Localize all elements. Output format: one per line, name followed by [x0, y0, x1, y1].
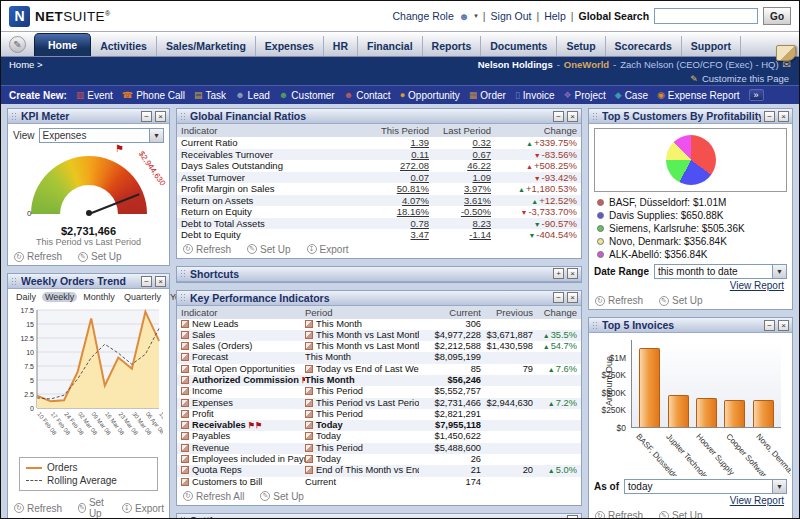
breadcrumb[interactable]: Home >: [9, 59, 43, 70]
role-icon[interactable]: ☻: [459, 11, 470, 22]
create-new-task[interactable]: ▤Task: [194, 90, 226, 101]
period-chart-icon[interactable]: [305, 444, 313, 452]
ratio-this-period[interactable]: 4.07%: [367, 195, 429, 207]
minimize-button[interactable]: −: [764, 320, 775, 331]
tab-reports[interactable]: Reports: [423, 36, 482, 56]
create-new-case[interactable]: ◆Case: [615, 90, 648, 101]
period-chart-icon[interactable]: [305, 342, 313, 350]
role-dropdown-icon[interactable]: ▾: [474, 12, 478, 20]
expand-button[interactable]: +: [567, 515, 578, 519]
range-tab-daily[interactable]: Daily: [13, 292, 39, 302]
ratio-last-period[interactable]: 8.23: [429, 218, 491, 230]
kpi-chart-icon[interactable]: [181, 455, 189, 463]
kpi-indicator[interactable]: Total Open Opportunities: [181, 364, 305, 375]
kpi-indicator[interactable]: Expenses: [181, 398, 305, 409]
kpi-chart-icon[interactable]: [181, 353, 189, 361]
drag-grip-icon[interactable]: [592, 112, 599, 121]
expand-button[interactable]: +: [553, 268, 564, 279]
drag-grip-icon[interactable]: [180, 269, 187, 278]
period-chart-icon[interactable]: [305, 455, 313, 463]
drag-grip-icon[interactable]: [180, 293, 187, 302]
kpi-chart-icon[interactable]: [181, 376, 189, 384]
ratio-last-period[interactable]: 0.32: [429, 137, 491, 149]
minimize-button[interactable]: −: [553, 292, 564, 303]
period-chart-icon[interactable]: [305, 320, 313, 328]
chevron-down-icon[interactable]: ▼: [149, 129, 163, 142]
ratio-last-period[interactable]: 3.61%: [429, 195, 491, 207]
create-new-opportunity[interactable]: ●Opportunity: [400, 90, 460, 101]
kpi-chart-icon[interactable]: [181, 466, 189, 474]
close-button[interactable]: ×: [567, 111, 578, 122]
kpi-chart-icon[interactable]: [181, 421, 189, 429]
kpi-indicator[interactable]: Sales: [181, 330, 305, 341]
export-link[interactable]: ↧Export: [307, 244, 349, 255]
ratio-last-period[interactable]: 3.97%: [429, 183, 491, 195]
close-button[interactable]: ×: [778, 320, 789, 331]
kpi-indicator[interactable]: Profit: [181, 409, 305, 420]
kpi-chart-icon[interactable]: [181, 365, 189, 373]
drag-grip-icon[interactable]: [592, 321, 599, 330]
tab-setup[interactable]: Setup: [557, 36, 605, 56]
drag-grip-icon[interactable]: [11, 277, 18, 286]
chevron-down-icon[interactable]: ▼: [772, 265, 786, 278]
kpi-indicator[interactable]: Forecast: [181, 352, 305, 363]
kpi-chart-icon[interactable]: [181, 444, 189, 452]
chevron-down-icon[interactable]: ▼: [772, 480, 786, 493]
create-new-more-button[interactable]: »: [749, 89, 764, 101]
kpi-indicator[interactable]: Authorized Commission⚑: [181, 375, 305, 386]
close-button[interactable]: ×: [778, 111, 789, 122]
global-search-input[interactable]: [654, 8, 758, 24]
kpi-indicator[interactable]: Revenue: [181, 443, 305, 454]
ratio-this-period[interactable]: 0.07: [367, 172, 429, 184]
create-new-project[interactable]: ❖Project: [564, 90, 606, 101]
shortcuts-titlebar[interactable]: Shortcuts + ×: [177, 267, 581, 282]
financial-ratios-titlebar[interactable]: Global Financial Ratios − ×: [177, 109, 581, 124]
dashboard-pin-icon[interactable]: ✎: [9, 36, 26, 53]
kpi-indicator[interactable]: Receivables⚑⚑: [181, 420, 305, 431]
ratio-last-period[interactable]: -0.50%: [429, 206, 491, 218]
view-report-link[interactable]: View Report: [730, 495, 784, 506]
create-new-expense-report[interactable]: ◉Expense Report: [657, 90, 740, 101]
ratio-this-period[interactable]: 272.08: [367, 160, 429, 172]
kpi-chart-icon[interactable]: [181, 410, 189, 418]
refresh-link[interactable]: ↻Refresh: [14, 251, 62, 262]
close-button[interactable]: ×: [155, 276, 166, 287]
set-up-link[interactable]: ✎Set Up: [78, 497, 106, 519]
ratio-this-period[interactable]: 3.47: [367, 229, 429, 241]
close-button[interactable]: ×: [567, 268, 578, 279]
kpi-indicator[interactable]: Income: [181, 386, 305, 397]
create-new-order[interactable]: ▦Order: [469, 90, 506, 101]
view-report-link[interactable]: View Report: [730, 280, 784, 291]
kpi-chart-icon[interactable]: [181, 478, 189, 486]
kpi-indicator[interactable]: Employees included in Payroll: [181, 454, 305, 465]
ratio-last-period[interactable]: -1.14: [429, 229, 491, 241]
ratio-last-period[interactable]: 0.67: [429, 149, 491, 161]
range-tab-weekly[interactable]: Weekly: [42, 292, 77, 302]
tab-expenses[interactable]: Expenses: [256, 36, 324, 56]
kpi-chart-icon[interactable]: [181, 432, 189, 440]
close-button[interactable]: ×: [155, 111, 166, 122]
kpi-indicator[interactable]: Payables: [181, 431, 305, 442]
kpi-view-select[interactable]: Expenses ▼: [39, 128, 165, 143]
kpi-indicator[interactable]: Customers to Bill: [181, 477, 305, 488]
export-link[interactable]: ↧Export: [122, 497, 164, 519]
ratio-this-period[interactable]: 0.78: [367, 218, 429, 230]
period-chart-icon[interactable]: [305, 365, 313, 373]
kpi-chart-icon[interactable]: [181, 399, 189, 407]
create-new-contact[interactable]: ☻Contact: [344, 90, 391, 101]
kpi-meter-titlebar[interactable]: KPI Meter − ×: [8, 109, 169, 124]
period-chart-icon[interactable]: [305, 331, 313, 339]
refresh-link[interactable]: ↻Refresh: [183, 244, 231, 255]
create-new-customer[interactable]: ☻Customer: [279, 90, 335, 101]
set-up-link[interactable]: ✎Set Up: [260, 491, 304, 502]
refresh-link[interactable]: ↻Refresh: [14, 497, 62, 519]
ratio-last-period[interactable]: 1.09: [429, 172, 491, 184]
period-chart-icon[interactable]: [305, 466, 313, 474]
create-new-invoice[interactable]: ▯Invoice: [515, 90, 555, 101]
tab-activities[interactable]: Activities: [91, 36, 157, 56]
ratio-this-period[interactable]: 1.39: [367, 137, 429, 149]
page-curl-icon[interactable]: [776, 45, 796, 61]
period-chart-icon[interactable]: [305, 399, 313, 407]
range-tab-monthly[interactable]: Monthly: [80, 292, 118, 302]
minimize-button[interactable]: −: [141, 276, 152, 287]
